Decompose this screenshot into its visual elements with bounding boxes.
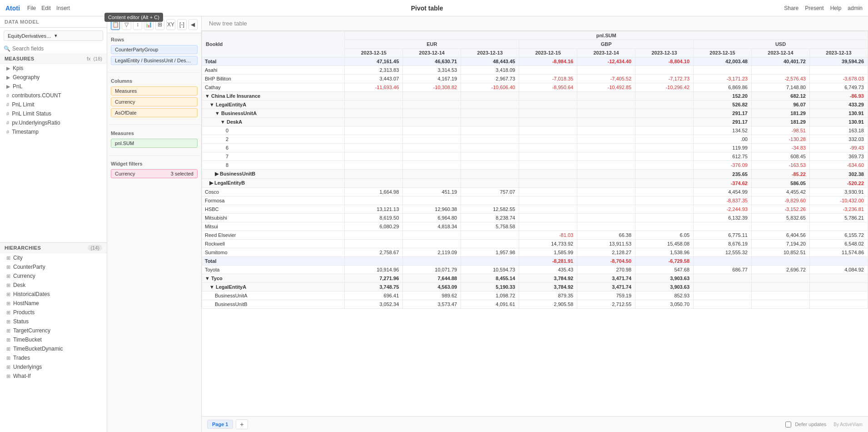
cell-value: 369.73 (809, 152, 868, 161)
group-icon: ▶ (6, 65, 10, 71)
add-page-button[interactable]: + (236, 419, 248, 429)
sidebar-item-time-bucket[interactable]: ⊞ TimeBucket (0, 335, 107, 344)
present-button[interactable]: Present (805, 5, 823, 11)
cell-value (403, 109, 461, 118)
menu-insert[interactable]: Insert (56, 5, 70, 11)
cell-value: 14,733.92 (519, 240, 577, 248)
cell-value: -85.22 (751, 170, 809, 179)
hash-icon: # (6, 93, 9, 98)
cell-value: 3,050.70 (635, 300, 694, 309)
top-bar-left: Atoti File Edit Insert (5, 5, 70, 12)
cell-value: 5,832.65 (751, 214, 809, 222)
cell-value: 130.91 (809, 109, 868, 118)
row-label: BusinessUnitB (202, 300, 345, 309)
row-label: ▶ BusinessUnitB (202, 170, 345, 179)
measures-section: Measures pnl.SUM (107, 127, 201, 153)
minus-button[interactable]: [-] (177, 19, 186, 30)
cell-value: 8,676.19 (694, 240, 752, 248)
sidebar-item-target-currency[interactable]: ⊞ TargetCurrency (0, 326, 107, 335)
menu-file[interactable]: File (27, 5, 36, 11)
sidebar-item-pv-underlyings[interactable]: # pv.UnderlyingsRatio (0, 118, 107, 127)
search-input[interactable] (12, 45, 103, 52)
sidebar-item-pnl[interactable]: ▶ PnL (0, 82, 107, 91)
sidebar-item-hostname[interactable]: ⊞ HostName (0, 299, 107, 308)
cell-value (635, 135, 694, 144)
cell-value (345, 179, 403, 188)
sidebar-item-pnl-limit[interactable]: # PnL Limit (0, 100, 107, 109)
measures-section-header[interactable]: MEASURES fx (18) (0, 54, 107, 64)
sidebar-item-historical-dates[interactable]: ⊞ HistoricalDates (0, 290, 107, 299)
sidebar-item-counterparty[interactable]: ⊞ CounterParty (0, 262, 107, 271)
cell-value (519, 214, 577, 222)
cell-value: 435.43 (519, 266, 577, 274)
cell-value: 4,091.61 (461, 300, 519, 309)
cell-value (751, 222, 809, 231)
cell-value: 8,238.74 (461, 214, 519, 222)
cell-value: 10,594.73 (461, 266, 519, 274)
column-chip-measures[interactable]: Measures (111, 86, 198, 95)
fx-label: fx (87, 56, 91, 61)
column-chip-currency[interactable]: Currency (111, 97, 198, 106)
sidebar-item-status[interactable]: ⊞ Status (0, 317, 107, 326)
sidebar-item-what-if[interactable]: ⊞ What-If (0, 372, 107, 381)
cell-value: -81.03 (519, 231, 577, 240)
row-label: ▶ LegalEntityB (202, 179, 345, 188)
widget-filters-label: Widget filters (111, 161, 198, 166)
page-1-tab[interactable]: Page 1 (207, 420, 233, 429)
cell-value (519, 144, 577, 152)
hierarchies-header[interactable]: HIERARCHIES (14) (0, 242, 107, 253)
cell-value (461, 118, 519, 126)
table-row: Formosa-8,837.35-9,829.60-10,432.00 (202, 196, 868, 205)
cell-value: -98.51 (751, 126, 809, 135)
row-label: BHP Billiton (202, 75, 345, 83)
row-chip-legalentity[interactable]: LegalEntity / BusinessUnit / Desk / Boo.… (111, 56, 198, 65)
sidebar-item-timestamp[interactable]: # Timestamp (0, 127, 107, 136)
row-label: ▼ Tyco (202, 274, 345, 283)
row-chip-counterpartygroup[interactable]: CounterPartyGroup (111, 45, 198, 54)
filter-chip-currency[interactable]: Currency 3 selected (111, 169, 198, 178)
bookid-header: BookId (202, 31, 345, 57)
cell-value: 526.82 (694, 100, 752, 109)
sidebar-item-products[interactable]: ⊞ Products (0, 308, 107, 317)
eur-date1: 2023-12-15 (345, 49, 403, 57)
sidebar-item-trades[interactable]: ⊞ Trades (0, 353, 107, 362)
sidebar-item-time-bucket-dynamic[interactable]: ⊞ TimeBucketDynamic (0, 344, 107, 353)
cell-value: 134.52 (694, 126, 752, 135)
cube-selector[interactable]: EquityDerivativesCube - Ranch 6.0 ▾ (4, 30, 103, 41)
cell-value (577, 109, 635, 118)
sidebar-item-desk[interactable]: ⊞ Desk (0, 281, 107, 290)
item-label: Kpis (13, 65, 102, 71)
cell-value (635, 66, 694, 75)
help-button[interactable]: Help (830, 5, 842, 11)
sidebar-item-kpis[interactable]: ▶ Kpis (0, 64, 107, 73)
measure-chip-pnlsum[interactable]: pnl.SUM (111, 139, 198, 148)
share-button[interactable]: Share (784, 5, 799, 11)
menu-edit[interactable]: Edit (41, 5, 51, 11)
sidebar-item-city[interactable]: ⊞ City (0, 253, 107, 262)
pivot-container[interactable]: BookId pnl.SUM EUR GBP USD 2023-12-15 20… (202, 31, 868, 416)
sidebar-item-underlyings[interactable]: ⊞ Underlyings (0, 362, 107, 372)
cell-value: 2,696.72 (751, 266, 809, 274)
sidebar-item-pnl-limit-status[interactable]: # PnL Limit Status (0, 109, 107, 118)
cell-value: 2,967.73 (461, 75, 519, 83)
cell-value: 119.99 (694, 144, 752, 152)
column-chip-asofdate[interactable]: AsOfDate (111, 108, 198, 117)
table-row: Toyota10,914.9610,071.7910,594.73435.432… (202, 266, 868, 274)
cell-value: 13,121.13 (345, 205, 403, 214)
admin-button[interactable]: admin (848, 5, 863, 11)
sidebar-item-contributors-count[interactable]: # contributors.COUNT (0, 91, 107, 100)
sidebar-item-currency[interactable]: ⊞ Currency (0, 271, 107, 281)
cell-value: 11,574.86 (809, 248, 868, 257)
cell-value: 3,418.09 (461, 66, 519, 75)
cell-value (345, 196, 403, 205)
cell-value: 3,443.07 (345, 75, 403, 83)
xy-button[interactable]: XY (166, 19, 175, 30)
cell-value (751, 66, 809, 75)
defer-checkbox[interactable] (785, 422, 791, 427)
sidebar-item-geography[interactable]: ▶ Geography (0, 73, 107, 82)
table-row: ▼ LegalEntityA3,748.754,563.095,190.333,… (202, 283, 868, 291)
cell-value: 6.05 (635, 231, 694, 240)
cell-value: 5,190.33 (461, 283, 519, 291)
cell-value (519, 161, 577, 170)
collapse-button[interactable]: ◀ (188, 19, 198, 30)
